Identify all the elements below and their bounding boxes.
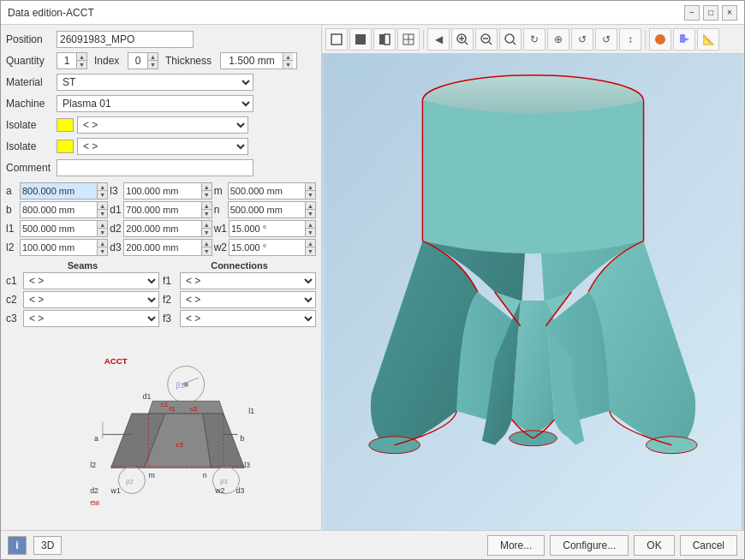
cancel-button[interactable]: Cancel bbox=[680, 535, 737, 556]
field-d2-up[interactable]: ▲ bbox=[201, 221, 212, 229]
field-l3-spinner: ▲ ▼ bbox=[201, 183, 212, 199]
thickness-up[interactable]: ▲ bbox=[283, 53, 293, 61]
tb-grid-btn[interactable] bbox=[397, 28, 420, 51]
field-m-input[interactable] bbox=[229, 183, 305, 199]
isolate1-select[interactable]: < > bbox=[77, 116, 248, 134]
field-l2-spinner: ▲ ▼ bbox=[97, 240, 107, 255]
field-a-spinner: ▲ ▼ bbox=[97, 183, 107, 199]
quantity-input[interactable] bbox=[57, 53, 76, 69]
tb-color-btn[interactable] bbox=[649, 28, 671, 51]
field-l3-up[interactable]: ▲ bbox=[201, 183, 212, 191]
tb-flip-btn[interactable]: ↕ bbox=[619, 28, 641, 51]
comment-input[interactable] bbox=[57, 159, 253, 176]
index-spinner[interactable]: ▲ ▼ bbox=[128, 52, 158, 69]
minimize-button[interactable]: − bbox=[684, 5, 700, 21]
seam-c1-select[interactable]: < > bbox=[23, 272, 159, 289]
field-n-up[interactable]: ▲ bbox=[305, 202, 315, 210]
field-w2-down[interactable]: ▼ bbox=[305, 247, 315, 255]
seam-c2-select[interactable]: < > bbox=[23, 291, 159, 308]
comment-label: Comment bbox=[6, 162, 53, 174]
field-b-up[interactable]: ▲ bbox=[97, 202, 107, 210]
tb-measure-btn[interactable]: 📐 bbox=[697, 28, 719, 51]
field-d2-down[interactable]: ▼ bbox=[201, 229, 212, 236]
thickness-spinner[interactable]: ▲ ▼ bbox=[220, 52, 297, 69]
field-n-input[interactable] bbox=[229, 202, 305, 217]
tb-fit-btn[interactable] bbox=[499, 28, 522, 51]
field-a-down[interactable]: ▼ bbox=[97, 191, 107, 199]
quantity-spinner[interactable]: ▲ ▼ bbox=[57, 52, 87, 69]
field-w1-up[interactable]: ▲ bbox=[305, 221, 315, 229]
field-l2-up[interactable]: ▲ bbox=[97, 240, 107, 247]
isolate1-color[interactable] bbox=[57, 118, 74, 132]
field-l1-input[interactable] bbox=[21, 221, 97, 236]
field-l2-down[interactable]: ▼ bbox=[97, 247, 107, 255]
tb-rotate-btn[interactable]: ↻ bbox=[523, 28, 545, 51]
field-d3-down[interactable]: ▼ bbox=[201, 247, 212, 255]
field-l3-input[interactable] bbox=[124, 183, 200, 199]
tb-zoom-in-btn[interactable] bbox=[451, 28, 474, 51]
field-n-down[interactable]: ▼ bbox=[305, 210, 315, 217]
field-w2-up[interactable]: ▲ bbox=[305, 240, 315, 247]
tb-back-btn[interactable]: ◀ bbox=[427, 28, 450, 51]
svg-text:d1: d1 bbox=[143, 392, 152, 401]
tb-pan-btn[interactable]: ⊕ bbox=[547, 28, 569, 51]
tb-select-btn[interactable] bbox=[325, 28, 348, 51]
field-w1-input-group: ▲ ▼ bbox=[229, 220, 316, 237]
isolate2-select[interactable]: < > bbox=[77, 138, 248, 155]
conn-f2-select[interactable]: < > bbox=[180, 291, 316, 308]
quantity-down[interactable]: ▼ bbox=[76, 61, 86, 69]
configure-button[interactable]: Configure... bbox=[550, 535, 629, 556]
more-button[interactable]: More... bbox=[487, 535, 545, 556]
machine-row: Machine Plasma 01 bbox=[6, 94, 316, 113]
field-w1-input[interactable] bbox=[229, 221, 305, 236]
index-up[interactable]: ▲ bbox=[147, 53, 158, 61]
field-m-up[interactable]: ▲ bbox=[305, 183, 315, 191]
field-l2-input[interactable] bbox=[21, 240, 97, 255]
seam-c3-select[interactable]: < > bbox=[23, 310, 159, 327]
field-a-up[interactable]: ▲ bbox=[97, 183, 107, 191]
field-d1-up[interactable]: ▲ bbox=[201, 202, 212, 210]
field-d3-up[interactable]: ▲ bbox=[201, 240, 212, 247]
field-l1-down[interactable]: ▼ bbox=[97, 229, 107, 236]
tb-paint-btn[interactable] bbox=[673, 28, 695, 51]
3d-viewport[interactable] bbox=[322, 54, 744, 530]
index-input[interactable] bbox=[128, 53, 147, 69]
field-d3-input[interactable] bbox=[124, 240, 200, 255]
conn-f1-select[interactable]: < > bbox=[180, 272, 316, 289]
thickness-input[interactable] bbox=[221, 53, 283, 69]
index-spinner-btns: ▲ ▼ bbox=[147, 53, 158, 69]
field-l3-down[interactable]: ▼ bbox=[201, 191, 212, 199]
field-b-input[interactable] bbox=[21, 202, 97, 217]
field-a-input[interactable] bbox=[21, 183, 97, 199]
ok-button[interactable]: OK bbox=[634, 535, 674, 556]
tb-undo-btn[interactable]: ↺ bbox=[571, 28, 593, 51]
field-d1-down[interactable]: ▼ bbox=[201, 210, 212, 217]
isolate2-color[interactable] bbox=[57, 140, 74, 153]
info-button[interactable]: i bbox=[8, 536, 27, 555]
tb-solid-btn[interactable] bbox=[349, 28, 372, 51]
field-l1-up[interactable]: ▲ bbox=[97, 221, 107, 229]
conn-f3-select[interactable]: < > bbox=[180, 310, 316, 327]
thickness-down[interactable]: ▼ bbox=[283, 61, 293, 69]
quantity-spinner-btns: ▲ ▼ bbox=[76, 53, 86, 69]
material-select[interactable]: ST bbox=[57, 74, 253, 91]
position-input[interactable] bbox=[57, 31, 194, 48]
view-3d-button[interactable]: 3D bbox=[33, 536, 62, 555]
tb-half-btn[interactable] bbox=[373, 28, 396, 51]
svg-text:l3: l3 bbox=[244, 461, 250, 469]
tb-zoom-out-btn[interactable] bbox=[475, 28, 498, 51]
field-d2-input[interactable] bbox=[124, 221, 200, 236]
quantity-up[interactable]: ▲ bbox=[76, 53, 86, 61]
field-w2-input[interactable] bbox=[229, 240, 305, 255]
field-w1-down[interactable]: ▼ bbox=[305, 229, 315, 236]
machine-select[interactable]: Plasma 01 bbox=[57, 95, 253, 112]
close-button[interactable]: × bbox=[722, 5, 737, 21]
tb-redo-btn[interactable]: ↺ bbox=[595, 28, 617, 51]
field-m-down[interactable]: ▼ bbox=[305, 191, 315, 199]
index-down[interactable]: ▼ bbox=[147, 61, 158, 69]
maximize-button[interactable]: □ bbox=[703, 5, 718, 21]
field-d1-input[interactable] bbox=[124, 202, 200, 217]
field-b-down[interactable]: ▼ bbox=[97, 210, 107, 217]
field-n-row: n ▲ ▼ bbox=[214, 201, 316, 218]
window-controls: − □ × bbox=[684, 5, 737, 21]
